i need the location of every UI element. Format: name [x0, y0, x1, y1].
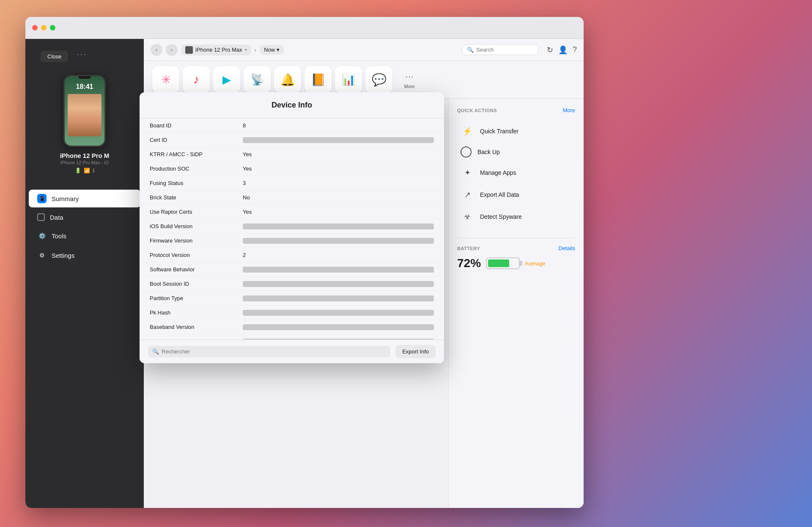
info-label: Software Behavior	[150, 266, 243, 273]
qa-item-backup[interactable]: Back Up	[457, 142, 575, 162]
minimize-button-traffic[interactable]	[41, 25, 47, 30]
phone-screen: 18:41	[65, 76, 104, 146]
info-row: Boot Session ID	[140, 277, 444, 291]
sidebar-device-name: iPhone 12 Pro M	[60, 152, 110, 159]
app-icon-infuse[interactable]: ▶	[213, 66, 240, 93]
info-row: Cert ID	[140, 133, 444, 147]
device-info-modal: Device Info Board ID8Cert IDKTRR / AMCC …	[140, 92, 444, 363]
search-bar[interactable]: 🔍	[462, 44, 538, 55]
sidebar-item-tools[interactable]: ⚙️ Tools	[29, 227, 140, 245]
messages-emoji: 💬	[372, 73, 387, 87]
info-label: Production SOC	[150, 166, 243, 172]
close-button-traffic[interactable]	[32, 25, 38, 30]
help-icon[interactable]: ?	[573, 45, 577, 55]
title-bar	[25, 17, 584, 39]
sidebar-settings-label: Settings	[52, 252, 74, 259]
sidebar-item-summary[interactable]: 📱 Summary	[29, 190, 140, 207]
app-icon-messages[interactable]: 💬	[365, 66, 392, 93]
qa-item-quick-transfer[interactable]: ⚡ Quick Transfer	[457, 120, 575, 142]
time-selector-label: Now	[264, 47, 275, 53]
sidebar-dots: ···	[68, 46, 96, 67]
sidebar-data-label: Data	[50, 214, 63, 221]
time-chevron-icon: ▾	[277, 47, 280, 53]
export-info-button[interactable]: Export Info	[395, 345, 436, 358]
search-input[interactable]	[476, 47, 534, 53]
sidebar-summary-label: Summary	[52, 195, 79, 202]
info-row: Baseband Version	[140, 320, 444, 334]
close-button[interactable]: Close	[41, 51, 68, 62]
app-icon-music[interactable]: ♪	[183, 66, 210, 93]
device-status-icons: 🔋 📶 ℹ	[75, 168, 95, 174]
quick-transfer-icon: ⚡	[461, 124, 474, 138]
info-value	[243, 267, 434, 273]
fullscreen-button-traffic[interactable]	[50, 25, 55, 30]
qa-item-detect-spyware[interactable]: ☣ Detect Spyware	[457, 206, 575, 228]
info-row: Board ID8	[140, 119, 444, 133]
app-icon-books[interactable]: 📙	[304, 66, 332, 93]
info-row: iOS Build Version	[140, 219, 444, 234]
info-row: Production SOCYes	[140, 162, 444, 176]
export-data-icon: ↗	[461, 188, 474, 201]
info-label: Fusing Status	[150, 180, 243, 186]
info-value	[243, 223, 434, 229]
footer-search-input[interactable]	[162, 348, 233, 355]
books-emoji: 📙	[311, 73, 326, 87]
info-label: Cert ID	[150, 137, 243, 143]
forward-button[interactable]: ›	[166, 44, 178, 56]
info-label: Pk Hash	[150, 309, 243, 316]
wifi-status-icon: 📶	[84, 168, 90, 174]
sidebar-device-subtitle: iPhone 12 Pro Max - iO	[60, 160, 109, 165]
more-dots-icon: ···	[405, 70, 414, 82]
app-icon-podcasts[interactable]: 📡	[244, 66, 271, 93]
device-selector[interactable]: iPhone 12 Pro Max ▾	[181, 44, 251, 55]
user-icon[interactable]: 👤	[558, 45, 568, 55]
manage-apps-icon: ✦	[461, 166, 474, 179]
info-value	[243, 310, 434, 316]
more-app-label: More	[404, 84, 414, 89]
info-label: Baseband Version	[150, 324, 243, 330]
sidebar-item-settings[interactable]: ⚙ Settings	[29, 246, 140, 264]
app-icon-pinwheel[interactable]: ✳	[152, 66, 179, 93]
manage-apps-label: Manage Apps	[480, 169, 516, 176]
info-row: KTRR / AMCC - SiDPYes	[140, 147, 444, 162]
time-selector[interactable]: Now ▾	[260, 45, 284, 55]
phone-time: 18:41	[76, 83, 93, 91]
info-row: Fusing Status3	[140, 176, 444, 190]
data-icon	[37, 213, 45, 221]
modal-footer: 🔍 Export Info	[140, 339, 444, 363]
info-value	[243, 238, 434, 244]
sidebar: Close ··· 18:41 iPhone 12 Pro M iPhone 1	[25, 39, 144, 508]
info-label: Protocol Version	[150, 252, 243, 258]
phone-notch	[78, 76, 91, 79]
app-icon-more[interactable]: ··· More	[396, 66, 423, 93]
battery-details-link[interactable]: Details	[558, 245, 575, 251]
qa-item-manage-apps[interactable]: ✦ Manage Apps	[457, 162, 575, 184]
back-button[interactable]: ‹	[151, 44, 162, 56]
info-label: Board ID	[150, 122, 243, 129]
device-preview: 18:41 iPhone 12 Pro M iPhone 12 Pro Max …	[25, 71, 144, 182]
search-footer[interactable]: 🔍	[148, 346, 390, 357]
info-label: Brick State	[150, 194, 243, 201]
tools-icon: ⚙️	[37, 231, 47, 240]
app-icon-alerts[interactable]: 🔔	[274, 66, 301, 93]
info-row: Brick StateNo	[140, 190, 444, 205]
modal-title: Device Info	[272, 101, 312, 109]
battery-bar	[486, 257, 520, 269]
battery-status-label: Average	[525, 260, 545, 267]
info-label: KTRR / AMCC - SiDP	[150, 151, 243, 157]
battery-title: BATTERY	[457, 246, 480, 251]
detect-spyware-label: Detect Spyware	[480, 213, 522, 220]
info-row: Pk Hash	[140, 306, 444, 320]
qa-item-export-data[interactable]: ↗ Export All Data	[457, 184, 575, 206]
app-icon-spotify[interactable]: 📊	[335, 66, 362, 93]
info-row: Partition Type	[140, 291, 444, 306]
modal-header: Device Info	[140, 92, 444, 119]
sidebar-item-data[interactable]: Data	[29, 209, 140, 225]
refresh-icon[interactable]: ↻	[547, 45, 553, 55]
battery-status-icon: 🔋	[75, 168, 81, 174]
device-selector-icon	[185, 46, 193, 54]
quick-actions-more[interactable]: More	[562, 107, 575, 113]
modal-body[interactable]: Board ID8Cert IDKTRR / AMCC - SiDPYesPro…	[140, 119, 444, 339]
spotify-emoji: 📊	[342, 73, 355, 86]
device-selector-chevron: ▾	[245, 47, 247, 52]
